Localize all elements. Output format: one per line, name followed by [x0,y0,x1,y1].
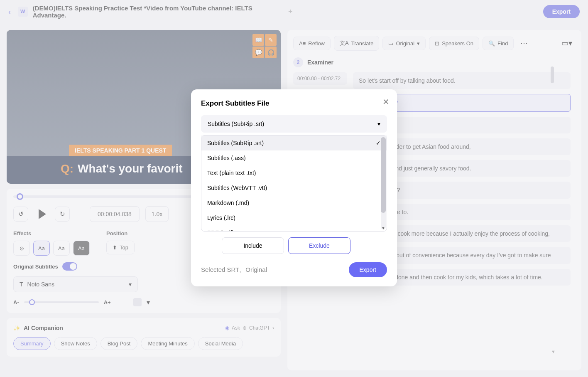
format-select[interactable]: Subtitles (SubRip .srt) ▾ [201,115,387,133]
selected-info: Selected SRT、Original [201,266,267,274]
format-option[interactable]: Markdown (.md) [201,195,387,210]
modal-overlay: ✕ Export Subtitles File Subtitles (SubRi… [0,0,588,377]
export-modal: ✕ Export Subtitles File Subtitles (SubRi… [191,89,397,286]
exclude-button[interactable]: Exclude [288,237,350,254]
format-dropdown: Subtitles (SubRip .srt)✓Subtitles (.ass)… [201,135,387,232]
chevron-down-icon: ▾ [377,121,380,127]
format-option[interactable]: Subtitles (WebVTT .vtt) [201,180,387,195]
format-option[interactable]: Subtitles (SubRip .srt)✓ [201,136,387,150]
close-icon[interactable]: ✕ [382,97,390,107]
modal-title: Export Subtitles File [201,99,387,108]
format-option[interactable]: Text (plain text .txt) [201,165,387,180]
modal-export-button[interactable]: Export [349,262,387,277]
dropdown-scrollbar[interactable] [381,137,386,229]
include-button[interactable]: Include [222,237,284,254]
check-icon: ✓ [376,140,381,146]
format-option[interactable]: PDF (.pdf) [201,225,387,231]
scroll-arrow-down-icon[interactable]: ▼ [381,226,386,230]
format-option[interactable]: Subtitles (.ass) [201,150,387,165]
format-option[interactable]: Lyrics (.lrc) [201,210,387,225]
